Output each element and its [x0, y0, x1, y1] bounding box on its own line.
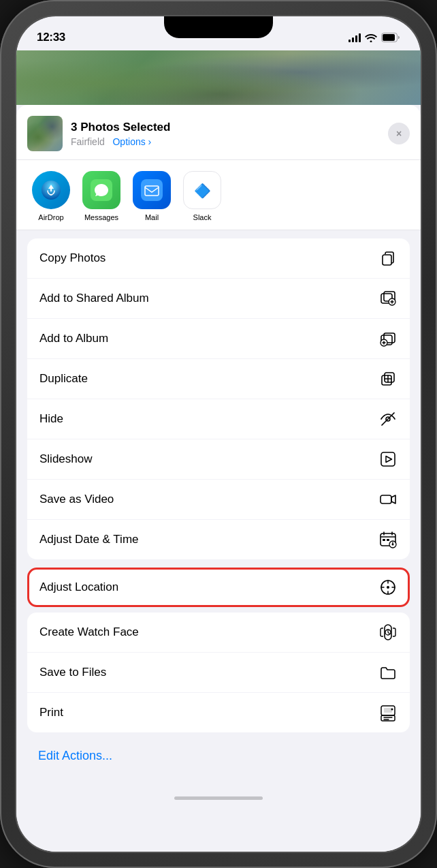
adjust-location-wrapper: Adjust Location	[27, 568, 410, 607]
save-video-label: Save as Video	[39, 493, 114, 506]
adjust-location-label: Adjust Location	[39, 580, 118, 594]
close-button[interactable]: ×	[388, 123, 410, 144]
action-add-album[interactable]: Add to Album	[27, 319, 410, 359]
duplicate-icon	[378, 370, 398, 388]
slack-label: Slack	[193, 213, 212, 221]
action-duplicate[interactable]: Duplicate	[27, 359, 410, 399]
action-hide[interactable]: Hide	[27, 399, 410, 439]
add-album-label: Add to Album	[39, 332, 108, 345]
app-airdrop[interactable]: AirDrop	[27, 171, 75, 221]
create-watch-face-label: Create Watch Face	[39, 625, 139, 639]
svg-rect-16	[385, 373, 394, 382]
svg-rect-31	[384, 708, 392, 713]
status-time: 12:33	[37, 31, 65, 44]
status-icons	[349, 33, 400, 42]
action-save-video[interactable]: Save as Video	[27, 480, 410, 520]
action-slideshow[interactable]: Slideshow	[27, 439, 410, 480]
svg-rect-18	[381, 452, 395, 466]
action-copy-photos[interactable]: Copy Photos	[27, 238, 410, 279]
action-section: Copy Photos Add to Shared Album	[27, 238, 410, 779]
print-label: Print	[39, 706, 63, 719]
svg-rect-30	[381, 715, 395, 721]
action-add-shared-album[interactable]: Add to Shared Album	[27, 279, 410, 319]
wifi-icon	[365, 33, 377, 42]
apps-row: AirDrop Messages	[16, 160, 421, 230]
share-subtitle: Fairfield Options ›	[71, 136, 380, 147]
signal-icon	[349, 33, 361, 42]
slideshow-icon	[378, 450, 398, 468]
messages-icon	[82, 171, 120, 209]
hide-icon	[378, 410, 398, 428]
airdrop-icon	[32, 171, 70, 209]
edit-actions-button[interactable]: Edit Actions...	[38, 746, 112, 766]
copy-photos-icon	[378, 249, 398, 267]
screen-content: 12:33	[16, 16, 421, 852]
add-album-icon	[378, 330, 398, 347]
battery-icon	[381, 33, 400, 42]
airdrop-label: AirDrop	[38, 213, 63, 221]
adjust-location-icon	[378, 578, 398, 596]
phone-frame: 12:33	[0, 0, 437, 868]
app-mail[interactable]: Mail	[128, 171, 176, 221]
share-title: 3 Photos Selected	[71, 120, 380, 135]
share-info: 3 Photos Selected Fairfield Options ›	[71, 120, 380, 147]
messages-label: Messages	[84, 213, 118, 221]
svg-rect-1	[383, 34, 395, 41]
svg-rect-15	[382, 375, 391, 385]
notch	[164, 16, 273, 38]
action-create-watch-face[interactable]: Create Watch Face	[27, 613, 410, 653]
slideshow-label: Slideshow	[39, 452, 93, 466]
save-video-icon	[378, 491, 398, 508]
duplicate-label: Duplicate	[39, 372, 88, 386]
action-adjust-location[interactable]: Adjust Location	[27, 568, 410, 607]
save-files-icon	[378, 664, 398, 681]
share-thumbnail	[27, 116, 63, 151]
svg-rect-22	[387, 539, 389, 541]
mail-label: Mail	[145, 213, 159, 221]
print-icon	[378, 704, 398, 722]
adjust-datetime-label: Adjust Date & Time	[39, 533, 139, 546]
app-messages[interactable]: Messages	[78, 171, 125, 221]
adjust-datetime-icon	[378, 531, 398, 548]
svg-rect-19	[381, 495, 391, 503]
svg-rect-4	[141, 179, 163, 201]
svg-rect-21	[383, 539, 385, 541]
apps-scroll: AirDrop Messages	[16, 171, 421, 221]
options-link[interactable]: Options	[112, 136, 145, 147]
edit-actions-section: Edit Actions...	[27, 741, 410, 779]
action-print[interactable]: Print	[27, 693, 410, 732]
svg-point-32	[391, 709, 393, 711]
slack-icon: 🔷	[183, 171, 221, 209]
chevron-icon: ›	[148, 136, 152, 147]
svg-rect-8	[383, 255, 391, 265]
home-bar	[174, 796, 263, 800]
action-save-files[interactable]: Save to Files	[27, 653, 410, 693]
action-group-2: Create Watch Face Save to Files	[27, 613, 410, 732]
mail-icon	[133, 171, 171, 209]
location-text: Fairfield	[71, 136, 105, 147]
create-watch-face-icon	[378, 623, 398, 641]
share-header: 3 Photos Selected Fairfield Options › ×	[16, 105, 421, 160]
action-group-1: Copy Photos Add to Shared Album	[27, 238, 410, 559]
hide-label: Hide	[39, 412, 63, 426]
shared-album-icon	[378, 290, 398, 307]
share-sheet: 3 Photos Selected Fairfield Options › ×	[16, 105, 421, 852]
svg-point-26	[387, 586, 389, 589]
action-adjust-datetime[interactable]: Adjust Date & Time	[27, 520, 410, 559]
copy-photos-label: Copy Photos	[39, 251, 106, 265]
app-slack[interactable]: 🔷 Slack	[178, 171, 226, 221]
phone-screen: 12:33	[15, 15, 422, 853]
home-indicator	[16, 788, 421, 808]
svg-text:🔷: 🔷	[194, 183, 211, 199]
close-icon: ×	[396, 128, 402, 139]
background-photo	[16, 50, 421, 105]
save-files-label: Save to Files	[39, 666, 106, 679]
add-shared-album-label: Add to Shared Album	[39, 292, 149, 305]
